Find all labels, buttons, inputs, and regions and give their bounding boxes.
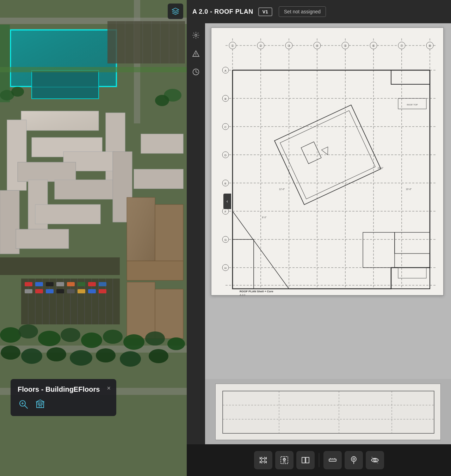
building-icon-btn[interactable] bbox=[35, 398, 46, 410]
svg-point-57 bbox=[11, 87, 24, 97]
svg-text:ROOF TOP: ROOF TOP bbox=[407, 104, 418, 106]
svg-text:⑥: ⑥ bbox=[372, 44, 375, 48]
blueprint-svg: ① ② ③ ④ ⑤ ⑥ ⑦ ⑧ A bbox=[211, 28, 444, 296]
svg-rect-96 bbox=[37, 402, 44, 408]
visibility-icon bbox=[370, 456, 379, 465]
svg-text:16'-8": 16'-8" bbox=[406, 188, 412, 190]
svg-rect-19 bbox=[0, 67, 187, 72]
close-card-button[interactable]: × bbox=[107, 385, 111, 392]
version-badge: V1 bbox=[258, 7, 272, 16]
svg-rect-162 bbox=[395, 232, 430, 254]
svg-rect-156 bbox=[233, 70, 430, 289]
svg-text:E: E bbox=[224, 182, 226, 185]
toolbar-separator-1 bbox=[319, 453, 319, 467]
svg-point-75 bbox=[149, 349, 168, 363]
svg-point-64 bbox=[81, 332, 102, 348]
svg-rect-91 bbox=[99, 289, 106, 293]
svg-rect-21 bbox=[21, 111, 99, 130]
svg-rect-39 bbox=[127, 282, 155, 338]
add-location-button[interactable] bbox=[275, 451, 294, 469]
svg-point-102 bbox=[196, 55, 196, 56]
layers-icon bbox=[172, 7, 179, 15]
svg-text:8'-0": 8'-0" bbox=[262, 216, 267, 219]
svg-point-72 bbox=[70, 350, 92, 366]
svg-rect-161 bbox=[363, 232, 395, 268]
visibility-button[interactable] bbox=[366, 451, 384, 469]
layers-button[interactable] bbox=[168, 4, 183, 19]
svg-rect-41 bbox=[0, 257, 120, 275]
svg-rect-85 bbox=[35, 289, 43, 293]
split-view-icon bbox=[301, 456, 310, 465]
annotate-button[interactable] bbox=[345, 451, 363, 469]
svg-rect-28 bbox=[55, 180, 118, 199]
svg-text:①: ① bbox=[231, 44, 234, 48]
svg-text:③: ③ bbox=[288, 44, 290, 48]
svg-rect-78 bbox=[46, 282, 54, 286]
svg-rect-34 bbox=[141, 134, 183, 153]
blueprint-strip-svg bbox=[216, 384, 441, 440]
svg-rect-89 bbox=[78, 289, 85, 293]
svg-text:D: D bbox=[224, 154, 227, 157]
svg-rect-7 bbox=[32, 71, 99, 99]
zoom-icon bbox=[18, 399, 28, 409]
warning-icon bbox=[192, 50, 200, 57]
svg-text:ROOF PLAN Shell + Core: ROOF PLAN Shell + Core bbox=[240, 290, 273, 293]
info-card: Floors - BuildingEFloors bbox=[11, 379, 116, 416]
svg-point-68 bbox=[167, 337, 185, 350]
warning-icon-btn[interactable] bbox=[188, 46, 204, 61]
svg-rect-77 bbox=[35, 282, 43, 286]
svg-point-62 bbox=[38, 331, 61, 346]
svg-text:A: A bbox=[224, 69, 227, 72]
svg-text:④: ④ bbox=[316, 44, 319, 48]
svg-rect-76 bbox=[25, 282, 32, 286]
svg-point-74 bbox=[120, 351, 141, 367]
svg-rect-172 bbox=[223, 391, 434, 433]
svg-rect-36 bbox=[127, 197, 155, 261]
svg-point-73 bbox=[96, 348, 116, 362]
plan-title: A 2.0 - ROOF PLAN bbox=[192, 8, 253, 16]
blueprint-area: ‹ bbox=[205, 23, 451, 379]
svg-rect-97 bbox=[38, 403, 39, 405]
card-title: Floors - BuildingEFloors bbox=[18, 385, 109, 393]
settings-icon-btn[interactable] bbox=[188, 28, 204, 43]
svg-rect-90 bbox=[88, 289, 96, 293]
svg-point-61 bbox=[18, 324, 38, 338]
settings-icon bbox=[192, 31, 200, 39]
svg-text:B: B bbox=[224, 97, 226, 100]
svg-point-100 bbox=[195, 34, 197, 36]
svg-rect-38 bbox=[127, 261, 183, 280]
zoom-icon-btn[interactable] bbox=[18, 398, 29, 410]
measure-button[interactable] bbox=[323, 451, 342, 469]
capture-button[interactable] bbox=[254, 451, 272, 469]
card-actions bbox=[18, 398, 109, 410]
svg-text:24'-0": 24'-0" bbox=[378, 167, 384, 169]
svg-line-105 bbox=[196, 72, 197, 73]
svg-rect-31 bbox=[16, 229, 69, 249]
svg-rect-87 bbox=[56, 289, 64, 293]
clock-icon-btn[interactable] bbox=[188, 64, 204, 80]
svg-rect-37 bbox=[155, 205, 183, 261]
svg-point-70 bbox=[21, 348, 42, 364]
svg-point-65 bbox=[103, 330, 123, 344]
split-view-button[interactable] bbox=[296, 451, 315, 469]
svg-text:G: G bbox=[224, 238, 227, 242]
svg-point-60 bbox=[0, 327, 21, 343]
blueprint-drawing: ① ② ③ ④ ⑤ ⑥ ⑦ ⑧ A bbox=[211, 28, 444, 295]
svg-point-66 bbox=[123, 334, 144, 350]
set-not-assigned-button[interactable]: Set not assigned bbox=[279, 6, 326, 17]
svg-text:C: C bbox=[224, 126, 227, 129]
svg-text:F: F bbox=[225, 210, 227, 213]
annotate-icon bbox=[349, 456, 358, 465]
right-header: A 2.0 - ROOF PLAN V1 Set not assigned bbox=[187, 0, 451, 23]
svg-rect-183 bbox=[302, 457, 305, 463]
svg-point-67 bbox=[145, 331, 165, 346]
collapse-panel-button[interactable]: ‹ bbox=[223, 194, 231, 209]
svg-point-71 bbox=[47, 347, 66, 361]
svg-rect-30 bbox=[35, 205, 100, 224]
svg-rect-40 bbox=[155, 289, 183, 338]
svg-rect-185 bbox=[329, 459, 336, 461]
capture-icon bbox=[259, 456, 268, 465]
measure-icon bbox=[328, 456, 337, 465]
building-icon bbox=[35, 399, 45, 409]
svg-point-191 bbox=[353, 459, 354, 459]
